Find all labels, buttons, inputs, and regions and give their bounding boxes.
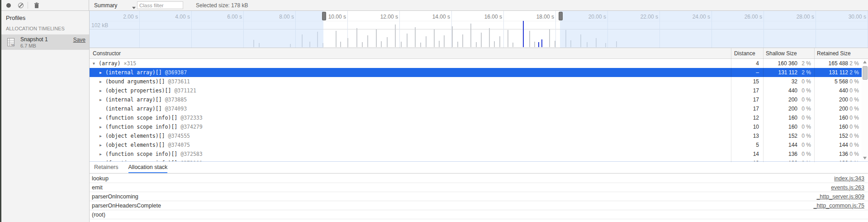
shallow-percent-cell: 0 %	[797, 97, 814, 103]
stack-frame-row[interactable]: emitevents.js:263	[90, 183, 868, 192]
frame-function-name: parserOnIncoming	[90, 193, 138, 200]
constructor-table: ▼(array)×3154160 3602 %165 4882 %▶(inter…	[90, 59, 868, 162]
selection-handle[interactable]	[559, 12, 563, 20]
stack-frame-row[interactable]: lookupindex.js:343	[90, 174, 868, 183]
class-filter-input[interactable]	[137, 1, 183, 9]
shallow-size-cell: 200	[763, 106, 797, 112]
frame-source-link[interactable]: events.js:263	[831, 184, 868, 191]
sidebar-item-snapshot[interactable]: % Snapshot 1 6.7 MB Save	[1, 34, 89, 50]
shallow-size-cell: 440	[763, 87, 797, 94]
retained-size-cell: 144	[814, 142, 848, 148]
delete-profile-button[interactable]	[33, 0, 41, 10]
scroll-down-arrow-icon[interactable]	[863, 157, 867, 159]
table-scrollbar[interactable]	[862, 59, 868, 162]
selection-handle[interactable]	[322, 12, 326, 20]
table-row[interactable]: ▶(object elements)[]@374555131520 %1520 …	[90, 131, 862, 140]
object-id: @369387	[165, 69, 187, 76]
frame-source-link[interactable]: _http_common.js:75	[813, 203, 868, 209]
column-header-constructor[interactable]: Constructor	[93, 48, 121, 58]
clear-button[interactable]	[17, 0, 24, 10]
table-row[interactable]: ▶(internal array)[]@369387–131 1122 %131…	[90, 68, 862, 77]
constructor-name: (function scope info)[]	[105, 115, 177, 121]
allocation-bar	[452, 26, 453, 47]
table-row[interactable]: ▶(internal array)[]@373885172000 %2000 %	[90, 95, 862, 104]
constructor-name: (internal array)[]	[105, 106, 162, 112]
profiler-toolbar: Summary Selected size: 178 kB	[1, 0, 868, 11]
shallow-size-cell: 200	[763, 97, 797, 103]
collapsed-arrow-icon[interactable]: ▶	[100, 71, 105, 75]
column-header-distance[interactable]: Distance	[734, 48, 755, 58]
collapsed-arrow-icon[interactable]: ▶	[100, 98, 105, 102]
allocation-bar	[426, 36, 427, 47]
scrollbar-thumb[interactable]	[863, 66, 868, 80]
table-row[interactable]: ▶(object properties)[]@371121174400 %440…	[90, 86, 862, 95]
collapsed-arrow-icon[interactable]: ▶	[100, 143, 105, 147]
tab-allocation-stack[interactable]: Allocation stack	[128, 162, 168, 173]
save-link[interactable]: Save	[73, 37, 85, 43]
ruler-tick-label: 18.00 s	[527, 14, 554, 20]
column-header-retained-size[interactable]: Retained Size	[817, 48, 851, 58]
stack-frame-row[interactable]: (root)	[90, 210, 868, 219]
collapsed-arrow-icon[interactable]: ▶	[100, 80, 105, 84]
collapsed-arrow-icon[interactable]: ▶	[100, 116, 105, 120]
column-header-shallow-size[interactable]: Shallow Size	[766, 48, 797, 58]
retained-percent-cell: 0 %	[848, 115, 862, 121]
scroll-up-arrow-icon[interactable]	[863, 61, 867, 63]
constructor-cell: ▼(array)×315	[90, 60, 731, 67]
allocation-bar	[481, 33, 482, 47]
allocation-bar	[395, 24, 396, 47]
column-separator	[814, 48, 815, 162]
timeline-overview[interactable]: 102 kB 2.00 s4.00 s6.00 s8.00 s10.00 s12…	[90, 11, 868, 48]
object-id: @372583	[180, 151, 202, 157]
collapsed-arrow-icon[interactable]: ▶	[100, 134, 105, 138]
stack-frame-row[interactable]: parserOnIncoming_http_server.js:809	[90, 192, 868, 201]
retained-size-cell: 136	[814, 151, 848, 157]
distance-cell: 10	[731, 124, 763, 130]
constructor-cell: ▶(internal array)[]@373885	[90, 97, 731, 103]
shallow-size-cell: 160	[763, 124, 797, 130]
record-button[interactable]	[5, 0, 12, 10]
selected-size-label: Selected size: 178 kB	[196, 0, 248, 10]
object-details-panel: RetainersAllocation stack lookupindex.js…	[90, 161, 868, 222]
snapshot-size: 6.7 MB	[20, 43, 36, 48]
stack-frame-row[interactable]: parserOnHeadersComplete_http_common.js:7…	[90, 201, 868, 210]
ruler-tick-label: 16.00 s	[475, 14, 502, 20]
table-row[interactable]: ▶(function scope info)[]@372583141360 %1…	[90, 150, 862, 159]
frame-function-name: (root)	[90, 212, 105, 218]
frame-source-link[interactable]: index.js:343	[834, 175, 868, 182]
table-row[interactable]: ▼(array)×3154160 3602 %165 4882 %	[90, 59, 862, 68]
table-row[interactable]: ▶(object elements)[]@37407551440 %1440 %	[90, 140, 862, 150]
object-id: @374279	[180, 124, 202, 130]
column-separator	[763, 48, 764, 162]
distance-cell: –	[731, 69, 763, 76]
constructor-name: (function scope info)[]	[105, 151, 177, 157]
table-row[interactable]: ▶(bound arguments)[]@37361115320 %5 5680…	[90, 77, 862, 86]
allocation-bar	[340, 42, 341, 47]
shallow-percent-cell: 0 %	[797, 133, 814, 139]
table-row[interactable]: ▶(function scope info)[]@372333121600 %1…	[90, 113, 862, 122]
expanded-arrow-icon[interactable]: ▼	[93, 62, 99, 66]
details-tabbar: RetainersAllocation stack	[90, 162, 868, 174]
ruler-tick-label: 12.00 s	[371, 14, 398, 20]
table-row[interactable]: (internal array)[]@374093172000 %2000 %	[90, 104, 862, 113]
object-id: @374093	[165, 106, 187, 112]
allocation-bar	[444, 35, 445, 47]
table-row[interactable]: ▶(function scope info)[]@374279101600 %1…	[90, 122, 862, 131]
heap-snapshot-icon: %	[7, 38, 16, 47]
constructor-cell: ▶(object elements)[]@374555	[90, 133, 731, 139]
collapsed-arrow-icon[interactable]: ▶	[100, 152, 105, 156]
sidebar-section-label: ALLOCATION TIMELINES	[6, 26, 65, 31]
allocation-bar	[508, 30, 508, 47]
tab-retainers[interactable]: Retainers	[94, 162, 119, 173]
shallow-size-cell: 152	[763, 133, 797, 139]
constructor-name: (object elements)[]	[105, 133, 165, 139]
frame-function-name: emit	[90, 184, 103, 191]
collapsed-arrow-icon[interactable]: ▶	[100, 89, 105, 93]
allocation-bar	[401, 42, 402, 47]
ruler-gridline	[555, 11, 556, 48]
shallow-size-cell: 32	[763, 78, 797, 85]
shallow-percent-cell: 0 %	[797, 124, 814, 130]
frame-source-link[interactable]: _http_server.js:809	[816, 193, 868, 200]
collapsed-arrow-icon[interactable]: ▶	[100, 125, 105, 129]
constructor-cell: (internal array)[]@374093	[90, 106, 731, 112]
